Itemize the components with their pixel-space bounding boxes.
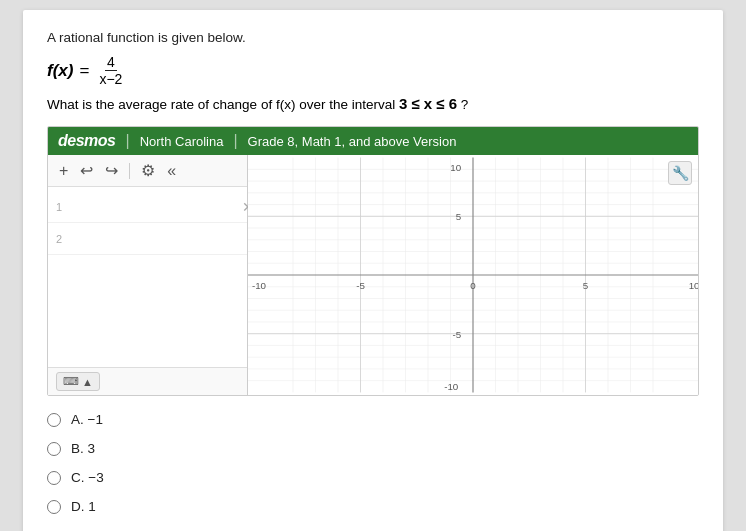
header-grade: Grade 8, Math 1, and above Version <box>248 134 457 149</box>
interval-text: What is the average rate of change of f(… <box>47 97 399 112</box>
calc-toolbar: + ↩ ↪ ⚙ « <box>48 155 247 187</box>
expressions-panel: 1 ✕ 2 <box>48 187 247 367</box>
svg-text:-5: -5 <box>356 280 365 291</box>
expression-row-2: 2 <box>48 223 247 255</box>
choice-label-d: D. 1 <box>71 499 96 514</box>
choice-row-a: A. −1 <box>47 412 699 427</box>
collapse-button[interactable]: « <box>164 160 179 182</box>
interval-math: 3 ≤ x ≤ 6 <box>399 95 457 112</box>
expr-2-num: 2 <box>56 233 70 245</box>
header-divider-2: | <box>233 132 237 150</box>
svg-text:-5: -5 <box>453 329 462 340</box>
radio-c[interactable] <box>47 471 61 485</box>
header-region: North Carolina <box>140 134 224 149</box>
expr-1-num: 1 <box>56 201 70 213</box>
graph-area: -5 0 5 10 -10 5 -5 10 -10 🔧 <box>248 155 698 395</box>
undo-button[interactable]: ↩ <box>77 159 96 182</box>
svg-text:10: 10 <box>450 163 461 174</box>
question-intro: A rational function is given below. <box>47 28 699 48</box>
svg-text:10: 10 <box>689 280 698 291</box>
graph-svg: -5 0 5 10 -10 5 -5 10 -10 <box>248 155 698 395</box>
expression-row-1: 1 ✕ <box>48 191 247 223</box>
answer-choices: A. −1 B. 3 C. −3 D. 1 <box>47 412 699 514</box>
calc-bottom-toolbar: ⌨ ▲ <box>48 367 247 395</box>
radio-d[interactable] <box>47 500 61 514</box>
choice-row-c: C. −3 <box>47 470 699 485</box>
formula-equals: = <box>79 61 89 81</box>
svg-text:5: 5 <box>456 211 462 222</box>
formula-numerator: 4 <box>105 54 117 71</box>
keyboard-arrow-icon: ▲ <box>82 376 93 388</box>
page-container: A rational function is given below. f(x)… <box>23 10 723 531</box>
interval-suffix: ? <box>457 97 468 112</box>
keyboard-toggle-button[interactable]: ⌨ ▲ <box>56 372 100 391</box>
redo-button[interactable]: ↪ <box>102 159 121 182</box>
formula-fraction: 4 x−2 <box>97 54 124 87</box>
svg-text:-10: -10 <box>444 382 459 393</box>
wrench-icon: 🔧 <box>672 165 689 181</box>
toolbar-divider <box>129 163 130 179</box>
header-divider-1: | <box>125 132 129 150</box>
formula-display: f(x) = 4 x−2 <box>47 54 699 87</box>
choice-label-a: A. −1 <box>71 412 103 427</box>
calc-left-panel: + ↩ ↪ ⚙ « 1 ✕ 2 <box>48 155 248 395</box>
radio-a[interactable] <box>47 413 61 427</box>
calc-body: + ↩ ↪ ⚙ « 1 ✕ 2 <box>48 155 698 395</box>
interval-question: What is the average rate of change of f(… <box>47 95 699 112</box>
formula-fx: f(x) <box>47 61 73 81</box>
svg-text:5: 5 <box>583 280 589 291</box>
formula-denominator: x−2 <box>97 71 124 87</box>
keyboard-icon: ⌨ <box>63 375 79 388</box>
svg-text:0: 0 <box>470 280 476 291</box>
expression-2-input[interactable] <box>74 231 242 246</box>
desmos-logo: desmos <box>58 132 115 150</box>
choice-label-b: B. 3 <box>71 441 95 456</box>
calc-header: desmos | North Carolina | Grade 8, Math … <box>48 127 698 155</box>
graph-settings-button[interactable]: 🔧 <box>668 161 692 185</box>
choice-row-d: D. 1 <box>47 499 699 514</box>
expression-1-input[interactable] <box>74 199 242 214</box>
add-expression-button[interactable]: + <box>56 160 71 182</box>
radio-b[interactable] <box>47 442 61 456</box>
choice-row-b: B. 3 <box>47 441 699 456</box>
settings-button[interactable]: ⚙ <box>138 159 158 182</box>
svg-text:-10: -10 <box>252 280 267 291</box>
choice-label-c: C. −3 <box>71 470 104 485</box>
calculator-container: desmos | North Carolina | Grade 8, Math … <box>47 126 699 396</box>
